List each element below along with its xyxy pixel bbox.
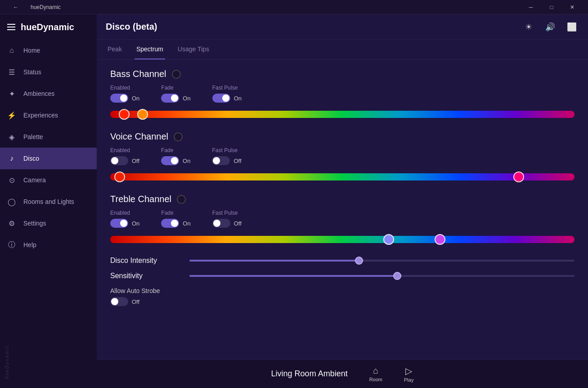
channel-title-bass: Bass Channel: [110, 69, 166, 79]
slider-handle1-bass[interactable]: [119, 109, 130, 120]
toggle-fastpulse-voice[interactable]: [212, 156, 230, 165]
gradient-slider-voice[interactable]: [110, 171, 575, 183]
toggle-fastpulse-treble[interactable]: [212, 219, 230, 228]
nav-label-settings: Settings: [23, 220, 46, 227]
toggle-fade-voice[interactable]: [161, 156, 179, 165]
sidebar-item-help[interactable]: ⓘ Help: [0, 234, 97, 256]
toggle-enabled-treble[interactable]: [110, 219, 128, 228]
volume-icon[interactable]: 🔊: [543, 20, 557, 34]
toggle-label-enabled-bass: On: [132, 95, 139, 102]
slider-handle2-treble[interactable]: [435, 234, 445, 245]
hamburger-menu[interactable]: [7, 24, 15, 30]
toggle-label-enabled-voice: Off: [132, 158, 139, 164]
nav-label-home: Home: [23, 47, 40, 54]
screen-icon[interactable]: ⬜: [565, 20, 579, 34]
control-fastpulse-bass: Fast Pulse On: [212, 85, 242, 103]
close-button[interactable]: ✕: [562, 0, 583, 14]
sidebar-item-experiences[interactable]: ⚡ Experiences: [0, 104, 97, 126]
nav-icon-rooms: ◯: [7, 197, 16, 206]
toggle-fastpulse-bass[interactable]: [212, 94, 230, 103]
channel-controls-bass: Enabled On Fade On Fast Pulse: [110, 85, 575, 103]
toggle-row-enabled-bass: On: [110, 94, 139, 103]
brightness-icon[interactable]: ☀: [521, 20, 536, 34]
sidebar-item-palette[interactable]: ◈ Palette: [0, 126, 97, 148]
sensitivity-track[interactable]: [189, 275, 575, 277]
label-fade-voice: Fade: [161, 147, 190, 153]
toggle-enabled-bass[interactable]: [110, 94, 128, 103]
control-fastpulse-treble: Fast Pulse Off: [212, 210, 242, 228]
toggle-label-fastpulse-treble: Off: [234, 220, 242, 227]
control-enabled-treble: Enabled On: [110, 210, 139, 228]
sidebar-item-disco[interactable]: ♪ Disco: [0, 148, 97, 169]
channel-title-treble: Treble Channel: [110, 194, 171, 204]
slider-handle1-voice[interactable]: [114, 171, 125, 182]
app-title: hueDynamic: [21, 22, 74, 32]
nav-label-status: Status: [23, 68, 41, 76]
sidebar-item-camera[interactable]: ⊙ Camera: [0, 169, 97, 191]
channel-header-voice: Voice Channel: [110, 131, 575, 142]
sensitivity-label: Sensitivity: [110, 272, 182, 280]
tab-peak[interactable]: Peak: [106, 40, 124, 59]
sidebar-item-settings[interactable]: ⚙ Settings: [0, 212, 97, 234]
toggle-row-fastpulse-bass: On: [212, 94, 242, 103]
slider-handle2-bass[interactable]: [137, 109, 148, 120]
page-title: Disco (beta): [106, 22, 157, 32]
slider-handle1-treble[interactable]: [383, 234, 394, 245]
channel-dot-voice: [174, 132, 183, 141]
toggle-row-enabled-voice: Off: [110, 156, 139, 165]
play-button[interactable]: ▷ Play: [404, 365, 413, 383]
gradient-slider-treble[interactable]: [110, 233, 575, 246]
toggle-enabled-voice[interactable]: [110, 156, 128, 165]
gradient-slider-bass[interactable]: [110, 108, 575, 121]
header: Disco (beta) ☀ 🔊 ⬜: [97, 14, 588, 40]
nav-label-ambiences: Ambiences: [23, 90, 54, 97]
channel-title-voice: Voice Channel: [110, 131, 168, 142]
channel-dot-treble: [177, 195, 186, 204]
auto-strobe-text: Off: [132, 298, 139, 305]
control-enabled-voice: Enabled Off: [110, 147, 139, 165]
toggle-fade-treble[interactable]: [161, 219, 179, 228]
auto-strobe-toggle[interactable]: [110, 297, 128, 306]
channel-dot-bass: [172, 70, 181, 79]
control-fade-treble: Fade On: [161, 210, 190, 228]
minimize-button[interactable]: ─: [521, 0, 541, 14]
slider-handle2-voice[interactable]: [513, 171, 524, 182]
sidebar-watermark: hueDynamic: [4, 345, 9, 379]
maximize-button[interactable]: □: [541, 0, 562, 14]
tab-spectrum[interactable]: Spectrum: [135, 40, 165, 59]
control-fade-bass: Fade On: [161, 85, 190, 103]
auto-strobe-section: Allow Auto Strobe Off: [110, 287, 575, 306]
nav-label-disco: Disco: [23, 155, 39, 162]
nav-icon-settings: ⚙: [7, 219, 16, 228]
label-fastpulse-treble: Fast Pulse: [212, 210, 242, 216]
nav-icon-home: ⌂: [7, 46, 16, 55]
content-area: Bass Channel Enabled On Fade: [97, 60, 588, 359]
nav-icon-status: ☰: [7, 68, 16, 77]
auto-strobe-label: Allow Auto Strobe: [110, 287, 575, 294]
label-enabled-bass: Enabled: [110, 85, 139, 91]
disco-intensity-track[interactable]: [189, 260, 575, 262]
toggle-label-fade-treble: On: [183, 220, 190, 227]
channel-header-treble: Treble Channel: [110, 194, 575, 204]
play-label: Play: [404, 377, 413, 383]
channel-controls-treble: Enabled On Fade On Fast Pulse: [110, 210, 575, 228]
disco-intensity-thumb[interactable]: [355, 257, 363, 265]
toggle-label-fade-bass: On: [183, 95, 190, 102]
channel-treble: Treble Channel Enabled On Fade: [110, 194, 575, 246]
sidebar-item-home[interactable]: ⌂ Home: [0, 40, 97, 61]
disco-intensity-fill: [189, 260, 363, 262]
toggle-fade-bass[interactable]: [161, 94, 179, 103]
back-button[interactable]: ←: [5, 0, 26, 14]
sensitivity-thumb[interactable]: [393, 272, 401, 280]
gradient-track-bass: [110, 111, 575, 118]
room-action-button[interactable]: ⌂ Room: [369, 365, 382, 382]
tab-usage[interactable]: Usage Tips: [176, 40, 211, 59]
sidebar-item-ambiences[interactable]: ✦ Ambiences: [0, 83, 97, 104]
room-name: Living Room Ambient: [271, 369, 348, 379]
sidebar-item-rooms[interactable]: ◯ Rooms and Lights: [0, 191, 97, 212]
control-fade-voice: Fade On: [161, 147, 190, 165]
nav-label-palette: Palette: [23, 133, 43, 140]
label-fade-bass: Fade: [161, 85, 190, 91]
sidebar-item-status[interactable]: ☰ Status: [0, 61, 97, 83]
label-fastpulse-bass: Fast Pulse: [212, 85, 242, 91]
